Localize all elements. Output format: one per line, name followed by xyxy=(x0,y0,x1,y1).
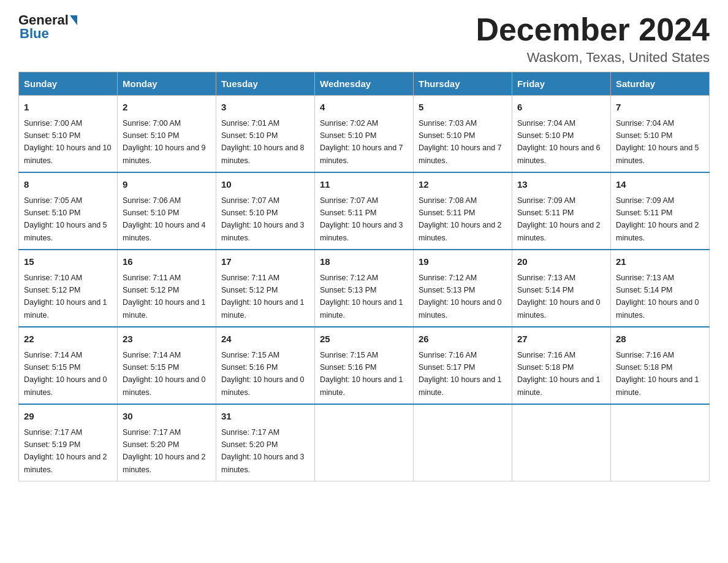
calendar-header-row: SundayMondayTuesdayWednesdayThursdayFrid… xyxy=(19,72,710,96)
calendar-day-cell: 19 Sunrise: 7:12 AMSunset: 5:13 PMDaylig… xyxy=(414,250,512,327)
day-number: 26 xyxy=(419,332,507,347)
day-info: Sunrise: 7:06 AMSunset: 5:10 PMDaylight:… xyxy=(123,196,206,242)
page-header: General Blue December 2024 Waskom, Texas… xyxy=(18,12,710,66)
calendar-day-cell: 10 Sunrise: 7:07 AMSunset: 5:10 PMDaylig… xyxy=(216,172,315,250)
day-info: Sunrise: 7:09 AMSunset: 5:11 PMDaylight:… xyxy=(517,196,601,242)
day-info: Sunrise: 7:12 AMSunset: 5:13 PMDaylight:… xyxy=(419,274,502,320)
calendar-day-cell: 4 Sunrise: 7:02 AMSunset: 5:10 PMDayligh… xyxy=(315,96,414,173)
day-number: 20 xyxy=(517,255,605,269)
calendar-day-cell: 2 Sunrise: 7:00 AMSunset: 5:10 PMDayligh… xyxy=(118,96,216,173)
calendar-day-cell: 9 Sunrise: 7:06 AMSunset: 5:10 PMDayligh… xyxy=(118,172,216,250)
calendar-day-cell: 11 Sunrise: 7:07 AMSunset: 5:11 PMDaylig… xyxy=(315,172,414,250)
calendar-day-cell xyxy=(414,404,512,481)
calendar-week-row: 8 Sunrise: 7:05 AMSunset: 5:10 PMDayligh… xyxy=(19,172,710,250)
day-number: 11 xyxy=(320,178,408,192)
day-info: Sunrise: 7:12 AMSunset: 5:13 PMDaylight:… xyxy=(320,274,403,320)
day-of-week-header: Sunday xyxy=(19,72,118,96)
day-number: 28 xyxy=(616,332,704,347)
calendar-day-cell: 29 Sunrise: 7:17 AMSunset: 5:19 PMDaylig… xyxy=(19,404,118,481)
day-info: Sunrise: 7:13 AMSunset: 5:14 PMDaylight:… xyxy=(517,274,601,320)
day-number: 19 xyxy=(419,255,507,269)
day-number: 5 xyxy=(419,101,507,115)
calendar-day-cell: 31 Sunrise: 7:17 AMSunset: 5:20 PMDaylig… xyxy=(216,404,315,481)
day-info: Sunrise: 7:02 AMSunset: 5:10 PMDaylight:… xyxy=(320,119,403,165)
day-number: 24 xyxy=(221,332,309,347)
calendar-day-cell: 18 Sunrise: 7:12 AMSunset: 5:13 PMDaylig… xyxy=(315,250,414,327)
day-number: 22 xyxy=(24,332,112,347)
day-info: Sunrise: 7:14 AMSunset: 5:15 PMDaylight:… xyxy=(24,351,107,397)
calendar-day-cell: 25 Sunrise: 7:15 AMSunset: 5:16 PMDaylig… xyxy=(315,327,414,404)
day-number: 15 xyxy=(24,255,112,269)
day-info: Sunrise: 7:08 AMSunset: 5:11 PMDaylight:… xyxy=(419,196,502,242)
day-number: 10 xyxy=(221,178,309,192)
calendar-day-cell: 22 Sunrise: 7:14 AMSunset: 5:15 PMDaylig… xyxy=(19,327,118,404)
day-of-week-header: Friday xyxy=(512,72,611,96)
day-info: Sunrise: 7:16 AMSunset: 5:18 PMDaylight:… xyxy=(517,351,601,397)
day-info: Sunrise: 7:10 AMSunset: 5:12 PMDaylight:… xyxy=(24,274,107,320)
day-info: Sunrise: 7:17 AMSunset: 5:20 PMDaylight:… xyxy=(123,428,206,474)
calendar-week-row: 1 Sunrise: 7:00 AMSunset: 5:10 PMDayligh… xyxy=(19,96,710,173)
day-info: Sunrise: 7:17 AMSunset: 5:19 PMDaylight:… xyxy=(24,428,107,474)
calendar-week-row: 29 Sunrise: 7:17 AMSunset: 5:19 PMDaylig… xyxy=(19,404,710,481)
day-info: Sunrise: 7:13 AMSunset: 5:14 PMDaylight:… xyxy=(616,274,699,320)
calendar-day-cell: 21 Sunrise: 7:13 AMSunset: 5:14 PMDaylig… xyxy=(611,250,710,327)
logo-triangle-icon xyxy=(70,15,77,25)
calendar-day-cell: 7 Sunrise: 7:04 AMSunset: 5:10 PMDayligh… xyxy=(611,96,710,173)
day-number: 8 xyxy=(24,178,112,192)
location-title: Waskom, Texas, United States xyxy=(476,50,710,66)
calendar-day-cell xyxy=(611,404,710,481)
calendar-table: SundayMondayTuesdayWednesdayThursdayFrid… xyxy=(18,72,710,481)
day-number: 12 xyxy=(419,178,507,192)
calendar-day-cell xyxy=(315,404,414,481)
logo: General Blue xyxy=(18,12,78,42)
day-number: 6 xyxy=(517,101,605,115)
calendar-day-cell: 26 Sunrise: 7:16 AMSunset: 5:17 PMDaylig… xyxy=(414,327,512,404)
day-number: 17 xyxy=(221,255,309,269)
day-info: Sunrise: 7:04 AMSunset: 5:10 PMDaylight:… xyxy=(517,119,601,165)
day-number: 27 xyxy=(517,332,605,347)
day-number: 7 xyxy=(616,101,704,115)
day-number: 29 xyxy=(24,410,112,424)
day-info: Sunrise: 7:03 AMSunset: 5:10 PMDaylight:… xyxy=(419,119,502,165)
calendar-day-cell: 20 Sunrise: 7:13 AMSunset: 5:14 PMDaylig… xyxy=(512,250,611,327)
logo-blue-text: Blue xyxy=(20,26,49,42)
day-info: Sunrise: 7:17 AMSunset: 5:20 PMDaylight:… xyxy=(221,428,305,474)
day-number: 13 xyxy=(517,178,605,192)
day-info: Sunrise: 7:16 AMSunset: 5:17 PMDaylight:… xyxy=(419,351,502,397)
calendar-day-cell xyxy=(512,404,611,481)
day-info: Sunrise: 7:16 AMSunset: 5:18 PMDaylight:… xyxy=(616,351,699,397)
calendar-day-cell: 8 Sunrise: 7:05 AMSunset: 5:10 PMDayligh… xyxy=(19,172,118,250)
calendar-day-cell: 16 Sunrise: 7:11 AMSunset: 5:12 PMDaylig… xyxy=(118,250,216,327)
calendar-day-cell: 14 Sunrise: 7:09 AMSunset: 5:11 PMDaylig… xyxy=(611,172,710,250)
calendar-day-cell: 13 Sunrise: 7:09 AMSunset: 5:11 PMDaylig… xyxy=(512,172,611,250)
day-info: Sunrise: 7:11 AMSunset: 5:12 PMDaylight:… xyxy=(123,274,206,320)
calendar-day-cell: 27 Sunrise: 7:16 AMSunset: 5:18 PMDaylig… xyxy=(512,327,611,404)
day-info: Sunrise: 7:14 AMSunset: 5:15 PMDaylight:… xyxy=(123,351,206,397)
day-info: Sunrise: 7:00 AMSunset: 5:10 PMDaylight:… xyxy=(123,119,206,165)
day-number: 9 xyxy=(123,178,211,192)
day-info: Sunrise: 7:09 AMSunset: 5:11 PMDaylight:… xyxy=(616,196,699,242)
calendar-day-cell: 12 Sunrise: 7:08 AMSunset: 5:11 PMDaylig… xyxy=(414,172,512,250)
day-number: 16 xyxy=(123,255,211,269)
calendar-day-cell: 15 Sunrise: 7:10 AMSunset: 5:12 PMDaylig… xyxy=(19,250,118,327)
calendar-day-cell: 30 Sunrise: 7:17 AMSunset: 5:20 PMDaylig… xyxy=(118,404,216,481)
day-number: 23 xyxy=(123,332,211,347)
day-of-week-header: Thursday xyxy=(414,72,512,96)
day-number: 1 xyxy=(24,101,112,115)
day-number: 25 xyxy=(320,332,408,347)
day-number: 18 xyxy=(320,255,408,269)
day-info: Sunrise: 7:00 AMSunset: 5:10 PMDaylight:… xyxy=(24,119,111,165)
calendar-week-row: 15 Sunrise: 7:10 AMSunset: 5:12 PMDaylig… xyxy=(19,250,710,327)
day-info: Sunrise: 7:15 AMSunset: 5:16 PMDaylight:… xyxy=(221,351,305,397)
day-of-week-header: Monday xyxy=(118,72,216,96)
day-number: 4 xyxy=(320,101,408,115)
calendar-day-cell: 23 Sunrise: 7:14 AMSunset: 5:15 PMDaylig… xyxy=(118,327,216,404)
day-of-week-header: Wednesday xyxy=(315,72,414,96)
calendar-week-row: 22 Sunrise: 7:14 AMSunset: 5:15 PMDaylig… xyxy=(19,327,710,404)
day-of-week-header: Tuesday xyxy=(216,72,315,96)
day-number: 21 xyxy=(616,255,704,269)
calendar-day-cell: 3 Sunrise: 7:01 AMSunset: 5:10 PMDayligh… xyxy=(216,96,315,173)
day-number: 14 xyxy=(616,178,704,192)
day-info: Sunrise: 7:07 AMSunset: 5:10 PMDaylight:… xyxy=(221,196,305,242)
day-info: Sunrise: 7:01 AMSunset: 5:10 PMDaylight:… xyxy=(221,119,305,165)
